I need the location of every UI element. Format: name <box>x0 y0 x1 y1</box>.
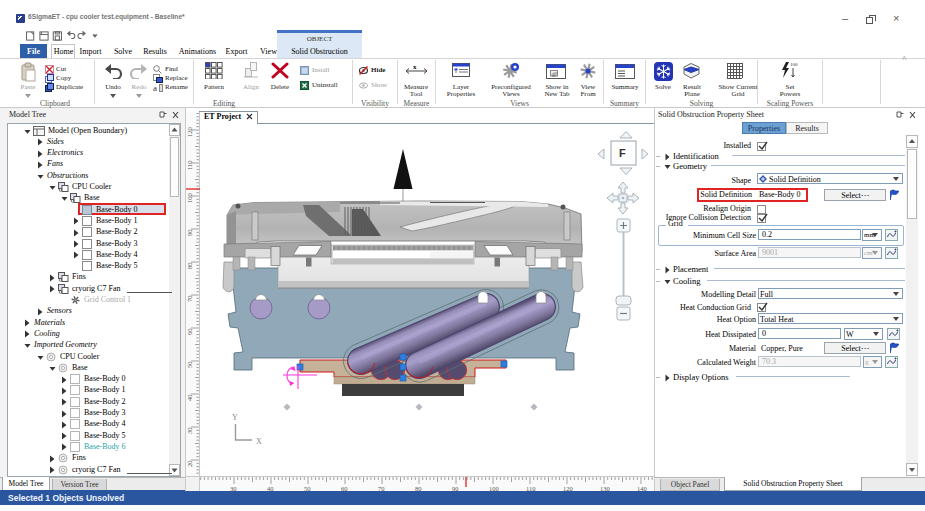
svg-text:100: 100 <box>186 193 193 203</box>
svg-text:70: 70 <box>186 296 193 303</box>
svg-text:120: 120 <box>186 127 193 137</box>
svg-text:50: 50 <box>186 362 193 369</box>
svg-text:90: 90 <box>186 230 193 237</box>
svg-text:Y: Y <box>232 413 238 422</box>
svg-text:@: @ <box>552 71 558 77</box>
svg-text:110: 110 <box>186 160 193 170</box>
svg-text:100: 100 <box>790 62 798 67</box>
svg-text:50: 50 <box>304 485 311 492</box>
svg-text:140: 140 <box>637 485 647 492</box>
svg-text:x: x <box>413 64 417 71</box>
svg-text:a: a <box>153 83 157 92</box>
svg-text:30: 30 <box>230 485 237 492</box>
svg-text:130: 130 <box>600 485 610 492</box>
svg-text:90: 90 <box>452 485 459 492</box>
svg-text:100: 100 <box>489 485 499 492</box>
svg-text:30: 30 <box>186 428 193 435</box>
svg-text:70: 70 <box>378 485 385 492</box>
svg-text:60: 60 <box>186 329 193 336</box>
svg-text:X: X <box>256 437 262 446</box>
svg-text:20: 20 <box>186 461 193 468</box>
svg-text:80: 80 <box>415 485 422 492</box>
svg-text:40: 40 <box>186 395 193 402</box>
svg-text:80: 80 <box>186 263 193 270</box>
svg-text:40: 40 <box>267 485 274 492</box>
svg-text:120: 120 <box>563 485 573 492</box>
svg-text:60: 60 <box>341 485 348 492</box>
svg-text:110: 110 <box>526 485 536 492</box>
